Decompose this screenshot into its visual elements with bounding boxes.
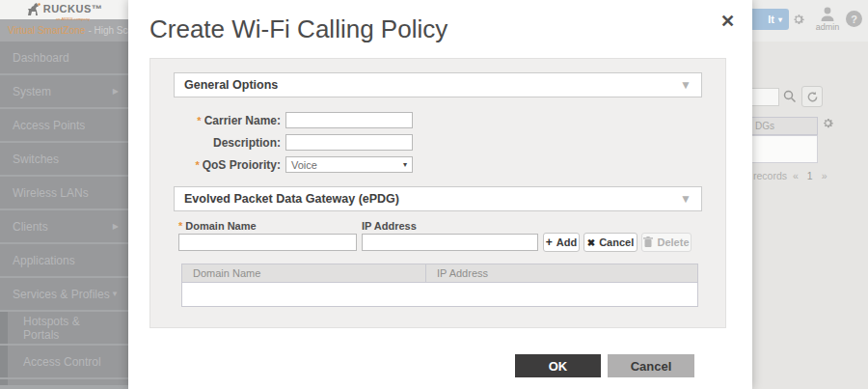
- grid-header-partial-label: DGs: [755, 121, 774, 131]
- product-name: Virtual SmartZone: [8, 25, 85, 36]
- sidebar-item-services-profiles[interactable]: Services & Profiles ▼: [0, 278, 128, 310]
- chevron-down-icon: ▾: [403, 160, 407, 169]
- product-name-bar: Virtual SmartZone - High Scale: [0, 19, 128, 42]
- domain-selector-label: lt: [768, 14, 774, 25]
- qos-priority-label: *QoS Proiority:: [150, 158, 281, 172]
- admin-user-menu[interactable]: admin: [815, 7, 840, 32]
- collapse-arrow-icon: ▼: [111, 290, 119, 298]
- admin-username: admin: [815, 22, 840, 32]
- ip-address-label: IP Address: [362, 220, 417, 232]
- delete-epdg-button[interactable]: Delete: [641, 233, 692, 252]
- ruckus-dog-icon: [26, 3, 41, 16]
- required-mark: *: [197, 115, 201, 126]
- domain-name-input[interactable]: [178, 234, 357, 251]
- column-header-domain-name: Domain Name: [182, 264, 426, 282]
- sidebar-item-label: Services & Profiles: [13, 288, 110, 301]
- sidebar-item-label: Switches: [13, 153, 59, 166]
- records-label: records: [753, 170, 787, 181]
- cancel-button-label: Cancel: [599, 236, 634, 248]
- expand-arrow-icon: ▶: [113, 222, 119, 231]
- qos-priority-select[interactable]: Voice ▾: [285, 156, 413, 173]
- x-icon: ✖: [587, 237, 595, 248]
- sidebar-item-hotspots-portals[interactable]: Hotspots & Portals: [0, 312, 128, 344]
- carrier-name-row: *Carrier Name:: [150, 112, 413, 128]
- cancel-button[interactable]: Cancel: [608, 354, 694, 377]
- sidebar-item-label: Dashboard: [13, 51, 69, 65]
- refresh-icon: [806, 91, 819, 103]
- pager-next-icon[interactable]: »: [822, 170, 827, 181]
- logo-subtext: an ARRIS company: [43, 16, 103, 21]
- plus-icon: +: [546, 236, 553, 249]
- section-general-options[interactable]: General Options ▼: [174, 72, 702, 97]
- ok-button[interactable]: OK: [515, 354, 601, 377]
- sidebar-item-label: Access Control: [23, 355, 101, 369]
- user-avatar-icon: [819, 7, 836, 21]
- sidebar-item-dashboard[interactable]: Dashboard: [0, 42, 128, 73]
- sidebar-item-label: Access Points: [13, 119, 85, 132]
- carrier-name-input[interactable]: [285, 112, 413, 128]
- ip-address-input[interactable]: [362, 234, 538, 251]
- refresh-button[interactable]: [801, 86, 823, 107]
- dialog-form-panel: General Options ▼ *Carrier Name: Descrip…: [149, 58, 726, 328]
- screen: RUCKUS™ an ARRIS company Virtual SmartZo…: [0, 0, 868, 389]
- epdg-table: Domain Name IP Address: [181, 264, 698, 307]
- pager-current-page[interactable]: 1: [807, 170, 813, 181]
- sidebar-item-access-control[interactable]: Access Control: [0, 346, 128, 377]
- qos-priority-value: Voice: [291, 159, 317, 171]
- sidebar-item-partial: [0, 379, 128, 385]
- collapse-section-icon[interactable]: ▼: [680, 78, 692, 92]
- sidebar-item-label: Applications: [13, 254, 75, 267]
- help-glyph: ?: [851, 14, 857, 25]
- domain-name-label: *Domain Name: [178, 220, 257, 232]
- create-wifi-calling-policy-dialog: Create Wi-Fi Calling Policy ✕ General Op…: [128, 0, 752, 389]
- sidebar-item-label: System: [13, 85, 51, 98]
- epdg-table-header: Domain Name IP Address: [181, 264, 698, 283]
- close-icon[interactable]: ✕: [720, 11, 735, 32]
- pagination: « 1 »: [793, 170, 827, 181]
- sidebar-item-label: Clients: [13, 220, 48, 234]
- add-epdg-button[interactable]: + Add: [543, 233, 580, 252]
- chevron-down-icon: ▾: [778, 15, 782, 24]
- sidebar-item-label: Hotspots & Portals: [23, 315, 119, 342]
- section-epdg[interactable]: Evolved Packet Data Gateway (ePDG) ▼: [174, 186, 702, 211]
- sidebar-item-applications[interactable]: Applications: [0, 244, 128, 276]
- dialog-title: Create Wi-Fi Calling Policy: [149, 14, 448, 44]
- ruckus-logo[interactable]: RUCKUS™ an ARRIS company: [0, 0, 128, 19]
- search-icon[interactable]: [783, 90, 797, 103]
- epdg-table-body-empty: [181, 283, 698, 307]
- required-mark: *: [178, 220, 182, 232]
- sidebar-item-switches[interactable]: Switches: [0, 143, 128, 175]
- section-title: General Options: [184, 78, 278, 92]
- delete-button-label: Delete: [657, 236, 689, 248]
- trash-icon: [643, 236, 653, 248]
- carrier-name-label: *Carrier Name:: [150, 114, 281, 127]
- required-mark: *: [195, 159, 199, 171]
- sidebar-item-clients[interactable]: Clients ▶: [0, 210, 128, 242]
- qos-priority-row: *QoS Proiority: Voice ▾: [150, 156, 413, 173]
- grid-settings-gear-icon[interactable]: [822, 117, 834, 129]
- sidebar-item-wireless-lans[interactable]: Wireless LANs: [0, 177, 128, 208]
- help-icon[interactable]: ?: [846, 11, 862, 27]
- sidebar-item-label: Wireless LANs: [13, 186, 89, 200]
- cancel-epdg-button[interactable]: ✖ Cancel: [583, 233, 637, 252]
- add-button-label: Add: [556, 236, 577, 248]
- logo-wordmark: RUCKUS™: [43, 3, 103, 14]
- column-header-ip-address: IP Address: [426, 264, 488, 282]
- settings-gear-icon[interactable]: [792, 13, 805, 26]
- sidebar-item-system[interactable]: System ▶: [0, 75, 128, 107]
- collapse-section-icon[interactable]: ▼: [680, 192, 692, 206]
- description-label: Description:: [150, 136, 281, 150]
- sidebar: RUCKUS™ an ARRIS company Virtual SmartZo…: [0, 0, 128, 389]
- section-title: Evolved Packet Data Gateway (ePDG): [184, 192, 399, 206]
- description-row: Description:: [150, 134, 413, 151]
- sidebar-item-access-points[interactable]: Access Points: [0, 109, 128, 141]
- sidebar-nav: Dashboard System ▶ Access Points Switche…: [0, 42, 128, 385]
- pager-prev-icon[interactable]: «: [793, 170, 799, 181]
- description-input[interactable]: [285, 134, 413, 151]
- expand-arrow-icon: ▶: [113, 87, 119, 96]
